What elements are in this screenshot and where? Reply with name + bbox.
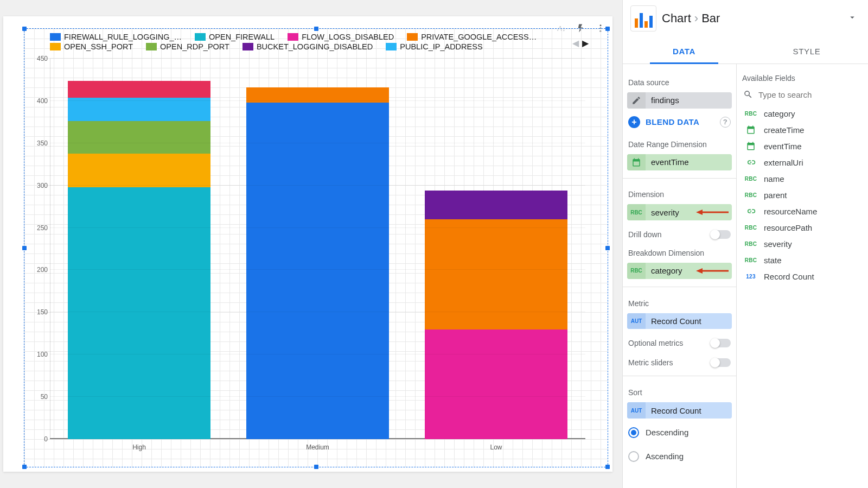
metric-sliders-toggle[interactable] bbox=[711, 358, 731, 367]
svg-point-0 bbox=[600, 24, 602, 26]
canvas-area[interactable]: A↓ FIREWALL_RULE_LOGGING_…OPEN_FIREWALLF… bbox=[0, 0, 622, 488]
expand-icon[interactable] bbox=[847, 12, 857, 24]
legend-item[interactable]: OPEN_SSH_PORT bbox=[50, 42, 133, 51]
bar-high[interactable]: High bbox=[50, 59, 228, 439]
y-tick-label: 450 bbox=[28, 55, 48, 62]
field-eventtime[interactable]: eventTime bbox=[741, 138, 864, 154]
panel-header: Chart › Bar bbox=[623, 0, 868, 37]
legend-swatch bbox=[146, 43, 157, 50]
field-name[interactable]: RBCname bbox=[741, 170, 864, 187]
field-search-input[interactable] bbox=[758, 88, 861, 102]
segment bbox=[246, 103, 389, 439]
label-date-range: Date Range Dimension bbox=[628, 140, 731, 149]
date-range-chip[interactable]: eventTime bbox=[627, 154, 732, 170]
field-label: severity bbox=[764, 239, 792, 249]
legend-label: OPEN_RDP_PORT bbox=[160, 42, 229, 51]
bar-stack bbox=[246, 59, 389, 439]
y-tick-label: 150 bbox=[28, 308, 48, 316]
metric-type-icon: AUT bbox=[627, 402, 646, 419]
chart-card[interactable]: A↓ FIREWALL_RULE_LOGGING_…OPEN_FIREWALLF… bbox=[3, 16, 612, 472]
tab-data[interactable]: DATA bbox=[623, 39, 745, 64]
legend-swatch bbox=[50, 33, 61, 41]
dimension-field: severity bbox=[646, 208, 732, 217]
breadcrumb: Chart › Bar bbox=[662, 11, 720, 26]
legend-item[interactable]: PRIVATE_GOOGLE_ACCESS… bbox=[407, 33, 537, 41]
field-label: state bbox=[764, 256, 782, 265]
field-externaluri[interactable]: externalUri bbox=[741, 154, 864, 170]
y-tick-label: 200 bbox=[28, 266, 48, 274]
search-icon bbox=[743, 90, 753, 99]
label-metric: Metric bbox=[628, 299, 731, 308]
sort-chip[interactable]: AUT Record Count bbox=[627, 402, 732, 419]
legend-item[interactable]: OPEN_RDP_PORT bbox=[146, 42, 229, 51]
bar-low[interactable]: Low bbox=[407, 59, 585, 439]
tab-style[interactable]: STYLE bbox=[745, 39, 868, 64]
breadcrumb-root[interactable]: Chart bbox=[662, 11, 691, 26]
sort-descending-radio[interactable]: Descending bbox=[628, 427, 731, 438]
label-breakdown: Breakdown Dimension bbox=[628, 249, 731, 257]
field-resourcename[interactable]: resourceName bbox=[741, 203, 864, 219]
field-severity[interactable]: RBCseverity bbox=[741, 236, 864, 252]
field-label: resourcePath bbox=[764, 223, 812, 232]
legend-label: OPEN_SSH_PORT bbox=[64, 42, 133, 51]
bar-medium[interactable]: Medium bbox=[228, 59, 407, 439]
field-state[interactable]: RBCstate bbox=[741, 252, 864, 268]
metric-chip[interactable]: AUT Record Count bbox=[627, 313, 732, 329]
breakdown-chip[interactable]: RBC category bbox=[627, 263, 732, 279]
blend-data-button[interactable]: + BLEND DATA ? bbox=[628, 116, 731, 128]
y-tick-label: 250 bbox=[28, 224, 48, 232]
field-label: name bbox=[764, 174, 784, 183]
bar-stack bbox=[68, 59, 210, 439]
segment bbox=[68, 98, 210, 122]
bar-stack bbox=[425, 59, 567, 439]
y-gridline bbox=[50, 58, 585, 59]
data-source-chip[interactable]: findings bbox=[627, 92, 732, 109]
breadcrumb-leaf[interactable]: Bar bbox=[701, 11, 720, 26]
config-tabs: DATA STYLE bbox=[623, 37, 868, 64]
sort-ascending-radio[interactable]: Ascending bbox=[628, 451, 731, 462]
legend-item[interactable]: BUCKET_LOGGING_DISABLED bbox=[242, 42, 373, 51]
optional-metrics-toggle[interactable] bbox=[711, 339, 731, 347]
legend-next-icon[interactable]: ▶ bbox=[582, 38, 589, 48]
field-label: createTime bbox=[764, 125, 804, 135]
x-axis-label: Low bbox=[407, 443, 585, 451]
more-vert-icon[interactable] bbox=[593, 21, 608, 36]
legend-item[interactable]: OPEN_FIREWALL bbox=[195, 33, 275, 41]
abc-type-icon: RBC bbox=[627, 204, 646, 220]
field-parent[interactable]: RBCparent bbox=[741, 187, 864, 203]
drill-down-toggle[interactable] bbox=[711, 230, 731, 239]
legend-swatch bbox=[242, 43, 253, 50]
y-tick-label: 0 bbox=[28, 435, 48, 443]
y-gridline bbox=[50, 185, 585, 186]
field-resourcepath[interactable]: RBCresourcePath bbox=[741, 219, 864, 236]
label-available-fields: Available Fields bbox=[742, 74, 863, 83]
field-label: resourceName bbox=[764, 207, 817, 216]
legend-item[interactable]: FIREWALL_RULE_LOGGING_… bbox=[50, 33, 182, 41]
field-search[interactable] bbox=[741, 84, 864, 105]
legend-label: FLOW_LOGS_DISABLED bbox=[302, 33, 394, 41]
segment bbox=[68, 154, 210, 187]
bolt-icon[interactable] bbox=[573, 21, 589, 36]
dimension-chip[interactable]: RBC severity bbox=[627, 204, 732, 220]
legend-item[interactable]: PUBLIC_IP_ADDRESS bbox=[386, 42, 482, 51]
legend-label: PRIVATE_GOOGLE_ACCESS… bbox=[421, 33, 537, 41]
help-icon[interactable]: ? bbox=[720, 117, 731, 128]
calendar-icon bbox=[627, 154, 646, 170]
legend-item[interactable]: FLOW_LOGS_DISABLED bbox=[288, 33, 394, 41]
field-label: parent bbox=[764, 191, 787, 200]
field-label: eventTime bbox=[764, 142, 801, 151]
label-sort: Sort bbox=[628, 388, 731, 397]
radio-icon bbox=[628, 427, 639, 438]
y-tick-label: 100 bbox=[28, 351, 48, 358]
field-record-count[interactable]: 123Record Count bbox=[741, 268, 864, 284]
label-metric-sliders: Metric sliders bbox=[628, 358, 673, 367]
data-source-name: findings bbox=[646, 96, 732, 105]
legend-prev-icon[interactable]: ◀ bbox=[572, 38, 579, 48]
label-optional-metrics: Optional metrics bbox=[628, 339, 683, 347]
chart-type-icon[interactable] bbox=[630, 5, 656, 31]
available-fields-column: Available Fields RBCcategorycreateTimeev… bbox=[737, 64, 868, 488]
legend-pager[interactable]: ◀ ▶ bbox=[572, 38, 589, 48]
field-category[interactable]: RBCcategory bbox=[741, 105, 864, 122]
field-createtime[interactable]: createTime bbox=[741, 122, 864, 138]
sort-field: Record Count bbox=[646, 406, 732, 415]
